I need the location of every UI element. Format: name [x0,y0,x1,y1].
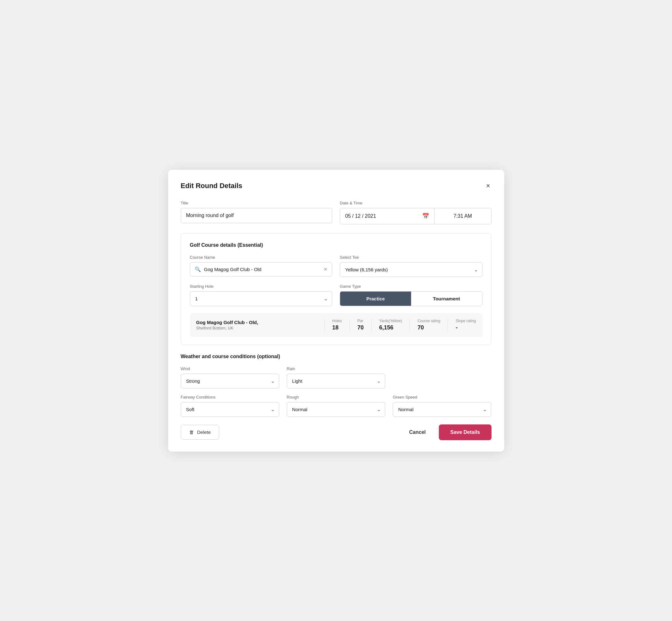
par-label: Par [358,319,364,323]
holes-label: Holes [332,319,342,323]
starting-hole-wrapper: 1 ⌄ [190,291,333,306]
wind-dropdown[interactable]: None Light Moderate Strong [181,374,279,388]
course-rating-stat: Course rating 70 [417,319,440,331]
delete-label: Delete [197,429,211,435]
green-speed-label: Green Speed [393,395,491,400]
select-tee-wrapper: Yellow (6,156 yards) ⌄ [340,262,482,277]
stat-divider-3 [371,319,372,331]
game-type-toggle: Practice Tournament [340,291,482,306]
modal-title: Edit Round Details [181,182,243,190]
select-tee-label: Select Tee [340,255,482,260]
tournament-button[interactable]: Tournament [411,292,482,306]
course-rating-label: Course rating [417,319,440,323]
modal-header: Edit Round Details × [181,181,492,191]
clear-course-icon[interactable]: ✕ [323,266,328,272]
datetime-label: Date & Time [340,201,492,205]
green-speed-dropdown[interactable]: Slow Normal Fast [393,402,491,417]
weather-section-title: Weather and course conditions (optional) [181,354,492,360]
course-name-value: Gog Magog Golf Club - Old [204,266,321,272]
top-row: Title Date & Time 05 / 12 / 2021 📅 7:31 … [181,201,492,224]
green-speed-col: Green Speed Slow Normal Fast ⌄ [393,395,491,417]
starting-hole-dropdown[interactable]: 1 [190,291,333,306]
stat-divider-1 [324,319,325,331]
green-speed-wrapper: Slow Normal Fast ⌄ [393,402,491,417]
fairway-label: Fairway Conditions [181,395,279,400]
course-name-block: Gog Magog Golf Club - Old, Shelford Bott… [196,320,317,330]
title-section: Title [181,201,333,224]
select-tee-dropdown[interactable]: Yellow (6,156 yards) [340,262,482,277]
course-name-input-wrapper[interactable]: 🔍 Gog Magog Golf Club - Old ✕ [190,262,333,277]
rough-wrapper: Short Normal Long ⌄ [287,402,385,417]
date-value: 05 / 12 / 2021 [345,213,376,219]
course-tee-row: Course Name 🔍 Gog Magog Golf Club - Old … [190,255,482,277]
golf-course-title: Golf Course details (Essential) [190,242,482,248]
date-field[interactable]: 05 / 12 / 2021 📅 [340,208,434,224]
golf-course-section: Golf Course details (Essential) Course N… [181,233,492,345]
course-rating-value: 70 [417,324,424,331]
par-stat: Par 70 [358,319,364,331]
wind-col: Wind None Light Moderate Strong ⌄ [181,366,279,388]
slope-rating-label: Slope rating [456,319,476,323]
rain-label: Rain [287,366,385,371]
save-button[interactable]: Save Details [439,424,491,440]
course-name-label: Course Name [190,255,333,260]
rough-label: Rough [287,395,385,400]
weather-section: Weather and course conditions (optional)… [181,354,492,417]
rough-col: Rough Short Normal Long ⌄ [287,395,385,417]
course-name-col: Course Name 🔍 Gog Magog Golf Club - Old … [190,255,333,277]
title-input[interactable] [181,208,333,223]
wind-rain-row: Wind None Light Moderate Strong ⌄ Rain N… [181,366,492,388]
rough-dropdown[interactable]: Short Normal Long [287,402,385,417]
search-icon: 🔍 [195,266,201,272]
conditions-row: Fairway Conditions Soft Normal Firm ⌄ Ro… [181,395,492,417]
holes-value: 18 [332,324,339,331]
edit-round-modal: Edit Round Details × Title Date & Time 0… [168,170,504,452]
stat-divider-5 [448,319,448,331]
holes-stat: Holes 18 [332,319,342,331]
slope-rating-stat: Slope rating - [456,319,476,331]
stat-divider-2 [349,319,350,331]
slope-rating-value: - [456,324,458,331]
yards-stat: Yards(Yellow) 6,156 [379,319,402,331]
yards-label: Yards(Yellow) [379,319,402,323]
calendar-icon: 📅 [422,213,429,220]
practice-button[interactable]: Practice [340,292,411,306]
game-type-col: Game Type Practice Tournament [340,284,482,306]
hole-gametype-row: Starting Hole 1 ⌄ Game Type Practice Tou… [190,284,482,306]
delete-button[interactable]: 🗑 Delete [181,425,219,440]
title-label: Title [181,201,333,205]
fairway-wrapper: Soft Normal Firm ⌄ [181,402,279,417]
rain-dropdown[interactable]: None Light Moderate Heavy [287,374,385,388]
course-info-location: Shelford Bottom, UK [196,326,317,330]
cancel-button[interactable]: Cancel [406,425,429,440]
time-value: 7:31 AM [453,213,472,219]
course-info-name: Gog Magog Golf Club - Old, [196,320,317,325]
game-type-label: Game Type [340,284,482,289]
starting-hole-label: Starting Hole [190,284,333,289]
yards-value: 6,156 [379,324,393,331]
par-value: 70 [358,324,364,331]
rain-col: Rain None Light Moderate Heavy ⌄ [287,366,385,388]
time-field[interactable]: 7:31 AM [434,208,491,224]
wind-wrapper: None Light Moderate Strong ⌄ [181,374,279,388]
trash-icon: 🗑 [189,429,194,435]
datetime-row: 05 / 12 / 2021 📅 7:31 AM [340,208,492,224]
course-info-bar: Gog Magog Golf Club - Old, Shelford Bott… [190,313,482,337]
footer-right: Cancel Save Details [406,424,492,440]
starting-hole-col: Starting Hole 1 ⌄ [190,284,333,306]
close-button[interactable]: × [485,181,492,191]
stat-divider-4 [410,319,410,331]
rain-wrapper: None Light Moderate Heavy ⌄ [287,374,385,388]
footer-row: 🗑 Delete Cancel Save Details [181,424,492,440]
wind-label: Wind [181,366,279,371]
datetime-section: Date & Time 05 / 12 / 2021 📅 7:31 AM [340,201,492,224]
select-tee-col: Select Tee Yellow (6,156 yards) ⌄ [340,255,482,277]
fairway-col: Fairway Conditions Soft Normal Firm ⌄ [181,395,279,417]
fairway-dropdown[interactable]: Soft Normal Firm [181,402,279,417]
